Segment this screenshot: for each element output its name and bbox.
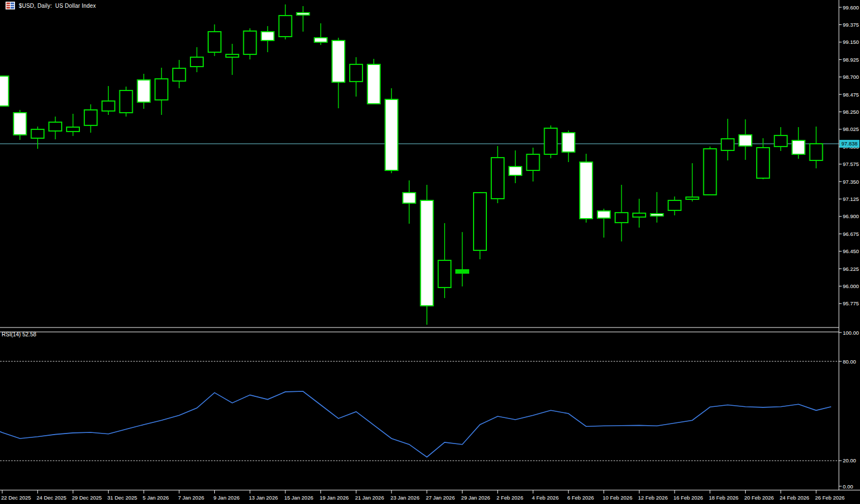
candlesticks [0,4,823,325]
time-tick-label: 19 Jan 2026 [320,495,349,501]
price-axis[interactable]: 99.60099.37599.15098.92598.70098.47598.2… [839,4,859,490]
time-tick-label: 12 Feb 2026 [638,495,667,501]
rsi-tick-label: 20.00 [843,457,856,463]
time-tick-label: 4 Feb 2026 [532,495,559,501]
candle-body [67,127,79,132]
candle [244,28,257,59]
candle [190,47,203,72]
candle [31,127,44,149]
candle [703,147,716,195]
candle [580,154,592,223]
price-tick-label: 98.025 [843,126,859,132]
candle [137,74,150,109]
candle-body [350,64,363,82]
time-axis[interactable]: 22 Dec 202524 Dec 202529 Dec 202531 Dec … [1,490,844,501]
time-tick-label: 16 Feb 2026 [673,495,703,501]
candle [456,232,469,286]
time-tick-label: 2 Feb 2026 [496,495,523,501]
time-tick-label: 29 Dec 2025 [72,495,102,501]
candle-body [757,148,770,178]
candle [120,87,133,117]
candle-body [686,197,698,199]
candle-body [580,162,592,219]
candle [155,68,168,115]
candle [173,60,185,88]
price-tick-label: 96.900 [843,213,859,219]
time-tick-label: 24 Feb 2026 [779,495,809,501]
rsi-line [0,391,831,457]
candle-body [810,144,823,160]
time-tick-label: 21 Jan 2026 [355,495,384,501]
candle-body [615,213,628,223]
candle [792,127,805,159]
time-tick-label: 18 Feb 2026 [709,495,738,501]
candle-body [137,80,150,102]
candle [226,44,239,75]
candle [509,150,522,183]
candle [350,57,363,97]
candle [562,130,575,162]
candle [757,138,770,179]
price-tick-label: 96.225 [843,266,859,272]
candle-body [173,68,185,81]
price-tick-label: 95.775 [843,300,859,306]
candle-body [562,133,575,152]
time-tick-label: 10 Feb 2026 [603,495,632,501]
candle-body [739,135,752,146]
time-tick-label: 31 Dec 2025 [107,495,137,501]
candle-body [509,167,522,175]
time-tick-label: 5 Jan 2026 [143,495,169,501]
time-tick-label: 13 Jan 2026 [249,495,278,501]
candle-body [792,140,805,154]
candle-body [261,32,274,41]
candle-body [774,135,787,147]
price-tick-label: 99.150 [843,39,859,45]
candle [332,38,345,108]
candle-body [84,110,97,125]
time-tick-label: 29 Jan 2026 [461,495,490,501]
rsi-indicator-label: RSI(14) 52.58 [2,331,36,337]
time-tick-label: 24 Dec 2025 [37,495,67,501]
candle [651,192,663,223]
rsi-tick-label: 100.00 [843,330,859,336]
candle-body [13,113,26,135]
candle [491,146,504,203]
time-tick-label: 26 Feb 2026 [815,495,844,501]
price-tick-label: 98.925 [843,57,859,63]
chart-window: 99.60099.37599.15098.92598.70098.47598.2… [0,0,860,504]
candle [721,119,734,160]
time-tick-label: 20 Feb 2026 [745,495,774,501]
chart-canvas[interactable]: 99.60099.37599.15098.92598.70098.47598.2… [0,0,860,504]
candle-body [703,149,716,195]
candle [385,88,398,173]
candle-body [491,158,504,199]
time-tick-label: 23 Jan 2026 [390,495,419,501]
candle [633,199,646,228]
candle-body [456,270,469,273]
candle-body [403,193,416,203]
price-tick-label: 96.450 [843,248,859,254]
price-tick-label: 97.575 [843,161,859,167]
candle [403,180,416,224]
candle [279,4,291,39]
price-tick-label: 98.475 [843,92,859,98]
candle-body [279,16,291,37]
candle-body [244,31,257,54]
candle [615,185,628,241]
price-tick-label: 99.375 [843,22,859,28]
chart-header: $USD, Daily: US Dollar Index [6,2,96,9]
price-tick-label: 96.675 [843,231,859,237]
candle [67,114,79,136]
candle-body [208,32,221,52]
candle [420,185,433,325]
candle [527,148,540,182]
candle [597,209,610,238]
candle [261,26,274,52]
price-tick-label: 98.250 [843,109,859,115]
candle-body [651,214,663,216]
candle-body [527,154,540,170]
candle [474,192,486,259]
candle [686,163,698,201]
chart-title: $USD, Daily: US Dollar Index [19,3,96,9]
candle-body [420,200,433,306]
